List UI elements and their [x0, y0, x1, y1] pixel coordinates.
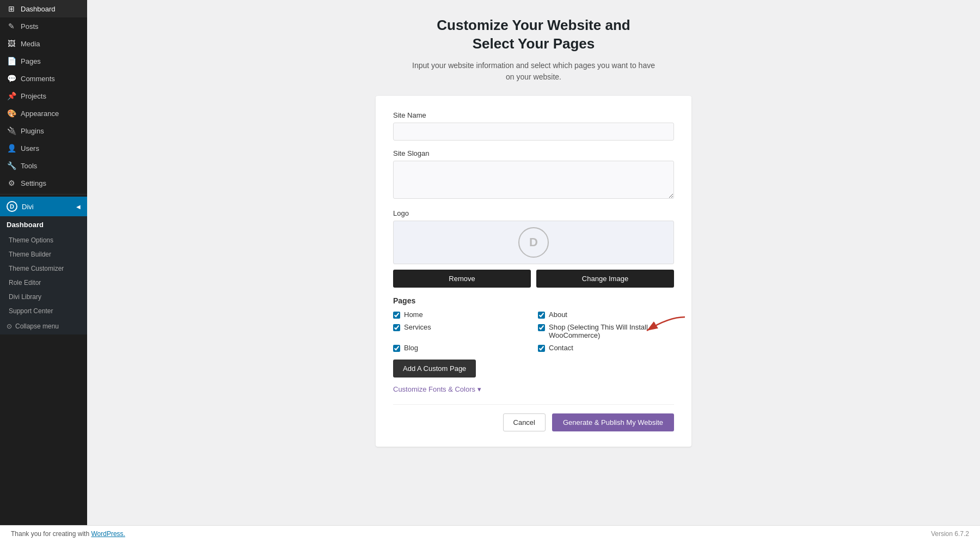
divi-menu-header[interactable]: D Divi ◀ — [0, 197, 87, 216]
sidebar: ⊞ Dashboard ✎ Posts 🖼 Media 📄 Pages 💬 Co… — [0, 0, 87, 542]
divi-sub-library[interactable]: Divi Library — [0, 290, 87, 304]
posts-icon: ✎ — [7, 22, 16, 31]
site-name-label: Site Name — [393, 111, 674, 119]
page-services-label: Services — [404, 323, 431, 331]
logo-group: Logo D Remove Change Image — [393, 209, 674, 288]
collapse-icon: ⊙ — [7, 322, 12, 330]
sidebar-item-settings[interactable]: ⚙ Settings — [0, 174, 87, 192]
page-home-row: Home — [393, 310, 529, 319]
page-home-checkbox[interactable] — [393, 312, 400, 319]
site-slogan-group: Site Slogan — [393, 149, 674, 200]
sidebar-item-appearance[interactable]: 🎨 Appearance — [0, 105, 87, 122]
pages-label: Pages — [393, 296, 674, 305]
logo-buttons: Remove Change Image — [393, 270, 674, 288]
page-contact-label: Contact — [549, 344, 573, 352]
page-shop-row: Shop (Selecting This Will Install WooCom… — [538, 323, 674, 339]
version-text: Version 6.7.2 — [931, 530, 969, 538]
page-shop-label: Shop (Selecting This Will Install WooCom… — [549, 323, 674, 339]
site-name-input[interactable] — [393, 123, 674, 141]
site-slogan-label: Site Slogan — [393, 149, 674, 157]
collapse-menu-button[interactable]: ⊙ Collapse menu — [0, 318, 87, 334]
settings-icon: ⚙ — [7, 179, 16, 187]
divi-section: D Divi ◀ Dashboard Theme Options Theme B… — [0, 197, 87, 334]
page-blog-checkbox[interactable] — [393, 345, 400, 352]
projects-icon: 📌 — [7, 92, 16, 100]
divi-logo-icon: D — [7, 201, 17, 212]
sidebar-item-tools[interactable]: 🔧 Tools — [0, 157, 87, 174]
page-title: Customize Your Website and Select Your P… — [437, 16, 630, 53]
customize-fonts-section: Customize Fonts & Colors ▾ — [393, 385, 674, 393]
setup-card: Site Name Site Slogan Logo D Remove Chan… — [376, 96, 691, 447]
divi-sub-theme-customizer[interactable]: Theme Customizer — [0, 261, 87, 276]
site-slogan-input[interactable] — [393, 161, 674, 199]
page-about-checkbox[interactable] — [538, 312, 545, 319]
divi-arrow-icon: ◀ — [76, 204, 81, 210]
logo-placeholder-icon: D — [518, 227, 549, 258]
dashboard-icon: ⊞ — [7, 4, 16, 13]
divi-sub-theme-builder[interactable]: Theme Builder — [0, 247, 87, 261]
divi-dashboard-label: Dashboard — [0, 216, 87, 233]
page-contact-checkbox[interactable] — [538, 345, 545, 352]
sidebar-item-media[interactable]: 🖼 Media — [0, 35, 87, 52]
page-blog-label: Blog — [404, 344, 418, 352]
sidebar-item-pages[interactable]: 📄 Pages — [0, 52, 87, 70]
page-services-checkbox[interactable] — [393, 324, 400, 331]
sidebar-item-dashboard[interactable]: ⊞ Dashboard — [0, 0, 87, 17]
tools-icon: 🔧 — [7, 161, 16, 170]
sidebar-item-projects[interactable]: 📌 Projects — [0, 87, 87, 105]
media-icon: 🖼 — [7, 39, 16, 48]
customize-fonts-link[interactable]: Customize Fonts & Colors ▾ — [393, 385, 674, 393]
card-footer: Cancel Generate & Publish My Website — [393, 404, 674, 431]
footer-bar: Thank you for creating with WordPress. V… — [0, 525, 980, 542]
logo-upload-area: D — [393, 221, 674, 264]
page-about-label: About — [549, 310, 567, 319]
page-about-row: About — [538, 310, 674, 319]
pages-icon: 📄 — [7, 57, 16, 65]
sidebar-item-users[interactable]: 👤 Users — [0, 139, 87, 157]
sidebar-item-comments[interactable]: 💬 Comments — [0, 70, 87, 87]
page-contact-row: Contact — [538, 344, 674, 352]
comments-icon: 💬 — [7, 74, 16, 83]
cancel-button[interactable]: Cancel — [503, 413, 546, 431]
plugins-icon: 🔌 — [7, 126, 16, 135]
pages-grid: Home About Services Shop (Selecting This… — [393, 310, 674, 352]
site-name-group: Site Name — [393, 111, 674, 141]
page-subtitle: Input your website information and selec… — [412, 60, 655, 83]
divi-sub-role-editor[interactable]: Role Editor — [0, 276, 87, 290]
page-home-label: Home — [404, 310, 423, 319]
page-blog-row: Blog — [393, 344, 529, 352]
sidebar-item-plugins[interactable]: 🔌 Plugins — [0, 122, 87, 139]
main-content: Customize Your Website and Select Your P… — [87, 0, 980, 542]
users-icon: 👤 — [7, 144, 16, 153]
divi-sub-support[interactable]: Support Center — [0, 304, 87, 318]
pages-section: Pages Home About Services Sh — [393, 296, 674, 352]
sidebar-item-posts[interactable]: ✎ Posts — [0, 17, 87, 35]
change-image-button[interactable]: Change Image — [536, 270, 674, 288]
logo-label: Logo — [393, 209, 674, 217]
wordpress-link[interactable]: WordPress. — [91, 530, 125, 538]
page-shop-checkbox[interactable] — [538, 324, 545, 331]
remove-logo-button[interactable]: Remove — [393, 270, 531, 288]
appearance-icon: 🎨 — [7, 109, 16, 118]
page-services-row: Services — [393, 323, 529, 339]
add-custom-page-section: Add A Custom Page — [393, 360, 674, 385]
divi-sub-theme-options[interactable]: Theme Options — [0, 233, 87, 247]
footer-text: Thank you for creating with WordPress. — [11, 530, 125, 538]
publish-button[interactable]: Generate & Publish My Website — [552, 413, 674, 431]
add-custom-page-button[interactable]: Add A Custom Page — [393, 360, 476, 377]
